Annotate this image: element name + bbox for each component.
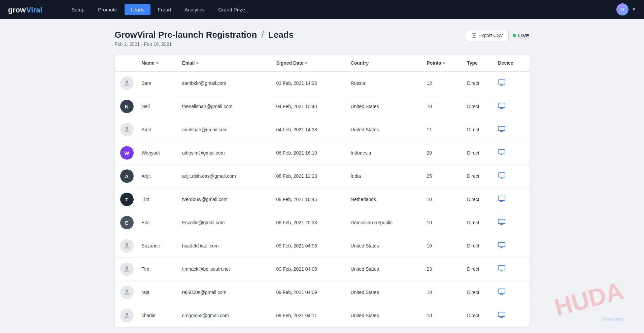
name-cell: Suzanne bbox=[138, 234, 178, 258]
signed-date-cell: 08 Feb, 2021 16:45 bbox=[272, 188, 346, 211]
nav-fraud[interactable]: Fraud bbox=[152, 4, 177, 15]
points-cell: 20 bbox=[422, 141, 463, 165]
avatar: T bbox=[120, 193, 134, 206]
nav-promote[interactable]: Promote bbox=[92, 4, 123, 15]
email-sort-icon: ⇅ bbox=[196, 61, 199, 65]
nav-setup[interactable]: Setup bbox=[65, 4, 91, 15]
country-cell: United States bbox=[347, 95, 423, 118]
export-icon bbox=[472, 33, 476, 38]
avatar: N bbox=[120, 100, 134, 113]
logo[interactable]: grow Viral bbox=[8, 4, 52, 14]
user-avatar[interactable]: U bbox=[616, 3, 629, 15]
leads-table: Name ⇅ Email ⇅ Signed Date ⇅ bbox=[115, 55, 530, 327]
table-header-row: Name ⇅ Email ⇅ Signed Date ⇅ bbox=[115, 55, 530, 71]
export-csv-button[interactable]: Export CSV bbox=[466, 30, 509, 41]
svg-point-36 bbox=[126, 290, 128, 292]
signed-date-cell: 03 Feb, 2021 14:26 bbox=[272, 71, 346, 95]
svg-rect-6 bbox=[498, 80, 505, 84]
table-row[interactable]: Timtimhack@bellsouth.net09 Feb, 2021 04:… bbox=[115, 258, 530, 281]
signed-date-cell: 04 Feb, 2021 10:40 bbox=[272, 95, 346, 118]
table-row[interactable]: AArijitarijit.dish.das@gmail.com08 Feb, … bbox=[115, 165, 530, 188]
desktop-icon bbox=[498, 266, 505, 273]
avatar-cell bbox=[115, 258, 138, 281]
table-row[interactable]: charliecmgoal52@gmail.com09 Feb, 2021 04… bbox=[115, 304, 530, 327]
country-cell: United States bbox=[347, 281, 423, 304]
desktop-icon bbox=[498, 127, 505, 133]
nav-grand-prize[interactable]: Grand Prize bbox=[212, 4, 251, 15]
points-cell: 10 bbox=[422, 95, 463, 118]
svg-rect-9 bbox=[498, 103, 505, 107]
table-row[interactable]: Suzannehsadek@aol.com09 Feb, 2021 04:06U… bbox=[115, 234, 530, 258]
col-name[interactable]: Name ⇅ bbox=[138, 55, 178, 71]
navbar: grow Viral Setup Promote Leads Fraud Ana… bbox=[0, 0, 644, 19]
desktop-icon bbox=[498, 80, 505, 87]
type-cell: Direct bbox=[463, 211, 494, 234]
col-avatar bbox=[115, 55, 138, 71]
signed-date-cell: 08 Feb, 2021 20:33 bbox=[272, 211, 346, 234]
section-name: Leads bbox=[268, 30, 294, 40]
col-email[interactable]: Email ⇅ bbox=[178, 55, 272, 71]
avatar bbox=[120, 286, 134, 299]
email-cell: hsadek@aol.com bbox=[178, 234, 272, 258]
points-cell: 10 bbox=[422, 281, 463, 304]
avatar-cell bbox=[115, 71, 138, 95]
user-menu-chevron[interactable]: ▼ bbox=[632, 7, 636, 12]
desktop-icon bbox=[498, 220, 505, 226]
type-cell: Direct bbox=[463, 258, 494, 281]
avatar-default-icon bbox=[120, 262, 134, 276]
avatar-cell bbox=[115, 304, 138, 327]
table-row[interactable]: Samsambkkr@gmail.com03 Feb, 2021 14:26Ru… bbox=[115, 71, 530, 95]
type-cell: Direct bbox=[463, 234, 494, 258]
email-cell: arijit.dish.das@gmail.com bbox=[178, 165, 272, 188]
svg-point-5 bbox=[126, 80, 128, 83]
email-cell: theneilshah@gmail.com bbox=[178, 95, 272, 118]
header-left: GrowViral Pre-launch Registration / Lead… bbox=[115, 30, 294, 47]
campaign-name: GrowViral Pre-launch Registration bbox=[115, 30, 257, 40]
name-cell: Amit bbox=[138, 118, 178, 141]
email-cell: amitshah@gmail.com bbox=[178, 118, 272, 141]
email-cell: Eccollin@gmail.com bbox=[178, 211, 272, 234]
page-header: GrowViral Pre-launch Registration / Lead… bbox=[115, 30, 530, 47]
nav-right: U ▼ bbox=[616, 3, 636, 15]
device-cell bbox=[494, 141, 529, 165]
avatar: E bbox=[120, 216, 134, 229]
table-row[interactable]: WWahyudiuihosim@gmail.com06 Feb, 2021 16… bbox=[115, 141, 530, 165]
col-country: Country bbox=[347, 55, 423, 71]
table-row[interactable]: NNeiltheneilshah@gmail.com04 Feb, 2021 1… bbox=[115, 95, 530, 118]
svg-rect-16 bbox=[498, 149, 505, 154]
table-row[interactable]: Amitamitshah@gmail.com04 Feb, 2021 14:38… bbox=[115, 118, 530, 141]
date-sort-icon: ⇅ bbox=[305, 61, 307, 65]
table-row[interactable]: EEricEccollin@gmail.com08 Feb, 2021 20:3… bbox=[115, 211, 530, 234]
country-cell: Dominican Republic bbox=[347, 211, 423, 234]
signed-date-cell: 09 Feb, 2021 04:09 bbox=[272, 281, 346, 304]
desktop-icon bbox=[498, 312, 505, 319]
country-cell: United States bbox=[347, 304, 423, 327]
name-cell: Wahyudi bbox=[138, 141, 178, 165]
col-signed-date[interactable]: Signed Date ⇅ bbox=[272, 55, 346, 71]
avatar-default-icon bbox=[120, 286, 134, 299]
table-row[interactable]: rajaraj6000s@gmail.com09 Feb, 2021 04:09… bbox=[115, 281, 530, 304]
table-row[interactable]: TTimtverdouw@gmail.com08 Feb, 2021 16:45… bbox=[115, 188, 530, 211]
points-cell: 10 bbox=[422, 304, 463, 327]
device-cell bbox=[494, 211, 529, 234]
email-cell: timhack@bellsouth.net bbox=[178, 258, 272, 281]
live-dot bbox=[513, 34, 516, 37]
country-cell: United States bbox=[347, 234, 423, 258]
country-cell: Indonesia bbox=[347, 141, 423, 165]
nav-leads[interactable]: Leads bbox=[125, 4, 150, 15]
points-cell: 11 bbox=[422, 118, 463, 141]
device-cell bbox=[494, 165, 529, 188]
svg-rect-13 bbox=[498, 126, 505, 131]
device-cell bbox=[494, 234, 529, 258]
col-points[interactable]: Points ⇅ bbox=[422, 55, 463, 71]
avatar-cell bbox=[115, 118, 138, 141]
signed-date-cell: 09 Feb, 2021 04:06 bbox=[272, 234, 346, 258]
svg-rect-25 bbox=[498, 219, 505, 224]
avatar: A bbox=[120, 169, 134, 183]
leads-table-container: Name ⇅ Email ⇅ Signed Date ⇅ bbox=[115, 55, 530, 327]
name-cell: Tim bbox=[138, 258, 178, 281]
desktop-icon bbox=[498, 173, 505, 180]
type-cell: Direct bbox=[463, 118, 494, 141]
nav-analytics[interactable]: Analytics bbox=[178, 4, 211, 15]
name-cell: charlie bbox=[138, 304, 178, 327]
